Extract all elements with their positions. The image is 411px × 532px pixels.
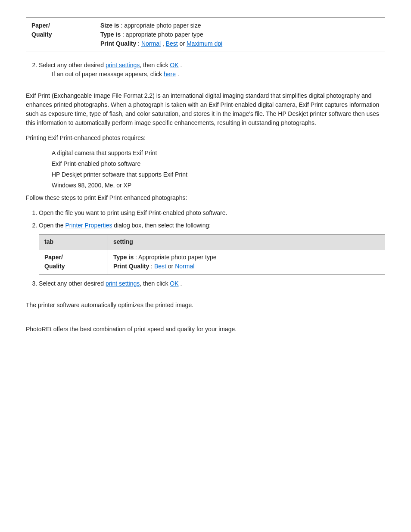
table2-col1-header: tab [39,235,108,249]
normal-link[interactable]: Normal [141,40,161,47]
print-quality-bold: Print Quality [100,40,136,47]
exif-step3-middle: , then click [140,280,170,287]
auto-optimize-text: The printer software automatically optim… [26,302,193,308]
here-link-1[interactable]: here [164,71,176,78]
table2-tab-cell: Paper/Quality [39,249,108,275]
auto-optimize-para: The printer software automatically optim… [26,301,385,310]
printer-properties-link[interactable]: Printer Properties [65,222,112,229]
photoret-para: PhotoREt offers the best combination of … [26,325,385,334]
t2-type-is: Type is : Appropriate photo paper type [113,253,380,262]
print-settings-link-2[interactable]: print settings [106,280,140,287]
t2-best-link[interactable]: Best [154,263,166,270]
pq-text2: , [161,40,166,47]
setting-print-quality: Print Quality : Normal , Best or Maximum… [100,39,380,48]
setting-type-is: Type is : appropriate photo paper type [100,30,380,39]
size-is-rest: : appropriate photo paper size [119,22,201,29]
first-table-section: Paper/Quality Size is : appropriate phot… [26,17,385,52]
second-settings-table: tab setting Paper/Quality Type is : Appr… [39,234,385,275]
type-is-rest: : appropriate photo paper type [121,31,203,38]
t2-pq-bold: Print Quality [113,263,149,270]
exif-step3-before: Select any other desired [39,280,106,287]
exif-requires-intro: Printing Exif Print-enhanced photos requ… [26,134,385,143]
exif-steps-text: Follow these steps to print Exif Print-e… [26,194,187,201]
t2-pq-text2: or [166,263,175,270]
maximum-dpi-link[interactable]: Maximum dpi [187,40,222,47]
exif-requires-text: Printing Exif Print-enhanced photos requ… [26,134,146,141]
req-4: Windows 98, 2000, Me, or XP [52,181,385,190]
exif-steps-intro: Follow these steps to print Exif Print-e… [26,193,385,202]
first-settings-table: Paper/Quality Size is : appropriate phot… [26,17,385,52]
exif-intro-text: Exif Print (Exchangeable Image File Form… [26,92,379,126]
exif-requirements-list: A digital camera that supports Exif Prin… [26,149,385,190]
table2-tab-label: Paper/Quality [44,254,65,270]
exif-step3-after: . [179,280,182,287]
print-settings-link-1[interactable]: print settings [106,62,140,68]
exif-step2: Open the Printer Properties dialog box, … [39,221,385,275]
table2-settings-cell: Type is : Appropriate photo paper type P… [108,249,385,275]
ok-link-2[interactable]: OK [170,280,178,287]
first-ol: Select any other desired print settings,… [26,61,385,79]
step2-text-after: . [179,62,182,68]
exif-steps-list: Open the file you want to print using Ex… [26,208,385,288]
first-table-tab-cell: Paper/Quality [26,18,95,52]
best-link[interactable]: Best [166,40,178,47]
first-ol-item1: Select any other desired print settings,… [39,61,385,79]
photoret-text: PhotoREt offers the best combination of … [26,326,237,333]
t2-type-rest: : Appropriate photo paper type [134,254,216,261]
t2-normal-link[interactable]: Normal [175,263,194,270]
t2-pq-text1: : [149,263,154,270]
req-3: HP Deskjet printer software that support… [52,170,385,179]
exif-step1-text: Open the file you want to print using Ex… [39,209,227,216]
ok-link-1[interactable]: OK [170,62,178,68]
t2-print-quality: Print Quality : Best or Normal [113,262,380,271]
table2-col2-header: setting [108,235,385,249]
exif-step2-after: dialog box, then select the following: [112,222,211,229]
exif-step3: Select any other desired print settings,… [39,279,385,288]
exif-step2-before: Open the [39,222,65,229]
note-after: . [176,71,179,78]
pq-text1: : [136,40,141,47]
note-before: If an out of paper message appears, clic… [52,71,164,78]
req-2: Exif Print-enabled photo software [52,159,385,168]
step2-text-middle: , then click [140,62,170,68]
first-table-tab-label: Paper/Quality [31,22,52,38]
size-is-bold: Size is [100,22,119,29]
step2-note: If an out of paper message appears, clic… [52,70,385,79]
step2-text-before: Select any other desired [39,62,106,68]
exif-intro-para: Exif Print (Exchangeable Image File Form… [26,91,385,128]
first-table-settings-cell: Size is : appropriate photo paper size T… [95,18,385,52]
t2-type-bold: Type is [113,254,134,261]
pq-text3: or [178,40,187,47]
req-1: A digital camera that supports Exif Prin… [52,149,385,158]
setting-size-is: Size is : appropriate photo paper size [100,21,380,30]
exif-step1: Open the file you want to print using Ex… [39,208,385,218]
type-is-bold: Type is [100,31,121,38]
